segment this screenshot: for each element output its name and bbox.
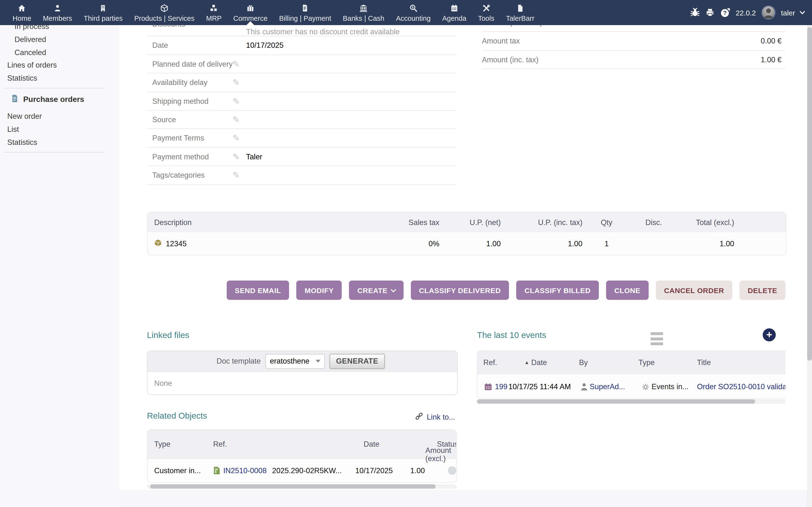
print-icon[interactable] [705,8,715,17]
col-date[interactable]: Date [531,351,547,374]
events-horizontal-scrollbar[interactable] [477,399,785,404]
generate-button[interactable]: GENERATE [329,354,385,369]
linked-files-panel: Doc template eratosthene GENERATE None [147,350,458,395]
navbar-right-tools: ? 22.0.2 taler [690,0,812,25]
sidebar-item-list[interactable]: List [0,123,119,136]
related-object-row[interactable]: Customer in... $ IN2510-0008 2025.290-02… [147,459,456,483]
purchase-orders-document-icon [11,95,19,105]
vertical-scrollbar[interactable] [807,25,812,507]
nav-agenda[interactable]: Agenda [437,0,472,25]
svg-text:?: ? [723,9,727,16]
sidebar-item-in-process[interactable]: In process [0,25,119,33]
add-event-button[interactable] [763,328,776,341]
field-label: Planned date of delivery [152,55,233,73]
sidebar-item-new-order[interactable]: New order [0,110,119,123]
edit-pencil-icon[interactable]: ✎ [233,73,240,92]
events-list-view-icon[interactable] [651,332,663,347]
sidebar-item-canceled[interactable]: Canceled [0,46,119,59]
sidebar-item-statistics[interactable]: Statistics [0,72,119,85]
line-up-net: 1.00 [439,239,501,248]
nav-commerce[interactable]: Commerce [227,0,273,25]
nav-tools[interactable]: Tools [472,0,500,25]
send-email-button[interactable]: SEND EMAIL [227,281,289,300]
event-title-link[interactable]: Order SO2510-0010 validate [697,374,785,399]
edit-pencil-icon[interactable]: ✎ [233,92,240,110]
user-menu-chevron-down-icon[interactable] [800,9,805,14]
building-icon [99,4,108,12]
event-row[interactable]: 199 10/17/25 11:44 AM SuperAd... Events … [477,374,785,399]
nav-billing-payment[interactable]: Billing | Payment [273,0,337,25]
edit-pencil-icon[interactable]: ✎ [233,55,240,73]
nav-label: Products | Services [134,14,194,22]
edit-pencil-icon[interactable]: ✎ [233,166,240,184]
nav-label: Members [43,14,72,22]
date-value: 10/17/2025 [246,37,284,55]
classify-billed-button[interactable]: CLASSIFY BILLED [516,281,599,300]
col-description: Description [147,218,362,227]
username[interactable]: taler [781,8,795,17]
doc-template-select[interactable]: eratosthene [266,354,325,369]
nav-label: MRP [206,14,221,22]
nav-members[interactable]: Members [37,0,78,25]
sidebar-item-delivered[interactable]: Delivered [0,33,119,46]
nav-products-services[interactable]: Products | Services [128,0,200,25]
order-line-row[interactable]: 12345 0% 1.00 1.00 1 1.00 [147,232,786,255]
nav-talerbarr[interactable]: TalerBarr [500,0,540,25]
line-total: 1.00 [677,239,734,248]
amount-row-tax: Amount tax 0.00 € [482,32,785,51]
clone-button[interactable]: CLONE [606,281,649,300]
classify-delivered-button[interactable]: CLASSIFY DELIVERED [411,281,509,300]
line-product-ref[interactable]: 12345 [166,239,187,248]
event-ref-link[interactable]: 199 [495,374,507,399]
nav-accounting[interactable]: $ Accounting [390,0,437,25]
related-ref-link[interactable]: IN2510-0008 [223,459,266,483]
modify-button[interactable]: MODIFY [297,281,342,300]
nav-third-parties[interactable]: Third parties [78,0,128,25]
product-cube-icon [154,239,162,248]
nav-label: Third parties [84,14,122,22]
nav-mrp[interactable]: MRP [200,0,227,25]
tools-icon [482,4,491,12]
help-icon[interactable]: ? [720,7,730,18]
edit-pencil-icon[interactable]: ✎ [233,129,240,147]
scrollbar-thumb[interactable] [807,27,812,361]
edit-pencil-icon[interactable]: ✎ [233,111,240,129]
scrollbar-thumb[interactable] [150,484,436,489]
col-ref[interactable]: Ref. [483,351,497,374]
cancel-order-button[interactable]: CANCEL ORDER [656,281,732,300]
link-to-action[interactable]: Link to... [415,412,455,422]
left-sidebar: In process Delivered Canceled Lines of o… [0,25,119,507]
bug-report-icon[interactable] [690,8,700,17]
col-title[interactable]: Title [697,351,711,374]
col-type: Type [154,430,170,458]
event-by-link[interactable]: SuperAd... [590,374,625,399]
dolibarr-page: Home Members Third parties Products | Se… [0,0,812,507]
col-by[interactable]: By [579,351,588,374]
doc-template-label: Doc template [216,357,261,365]
line-sales-tax: 0% [362,239,439,248]
commerce-suitcase-icon [246,4,255,12]
related-horizontal-scrollbar[interactable] [147,484,457,489]
col-type[interactable]: Type [639,351,655,374]
field-label: Tags/categories [152,166,205,184]
nav-home[interactable]: Home [7,0,37,25]
edit-pencil-icon[interactable]: ✎ [233,148,240,166]
top-navbar: Home Members Third parties Products | Se… [0,0,812,25]
sidebar-section-purchase-orders[interactable]: Purchase orders [0,93,119,106]
scrollbar-thumb[interactable] [477,399,755,404]
sidebar-item-lines-of-orders[interactable]: Lines of orders [0,59,119,72]
delete-button[interactable]: DELETE [740,281,785,300]
avatar[interactable] [761,5,776,20]
lines-table-header: Description Sales tax U.P. (net) U.P. (i… [147,213,786,232]
field-row-payment-terms: Payment Terms ✎ [147,129,457,148]
bank-icon [359,4,368,12]
sidebar-item-purchase-statistics[interactable]: Statistics [0,136,119,149]
nav-banks-cash[interactable]: Banks | Cash [337,0,390,25]
sidebar-divider [4,152,105,153]
create-button[interactable]: CREATE [349,281,404,300]
events-panel: Ref. ▲ Date By Type Title 199 10/17/25 1… [477,350,785,399]
field-label: Availability delay [152,73,208,92]
field-row-source: Source ✎ [147,111,457,129]
sort-asc-icon[interactable]: ▲ [524,351,529,374]
action-buttons-bar: SEND EMAIL MODIFY CREATE CLASSIFY DELIVE… [147,281,785,300]
